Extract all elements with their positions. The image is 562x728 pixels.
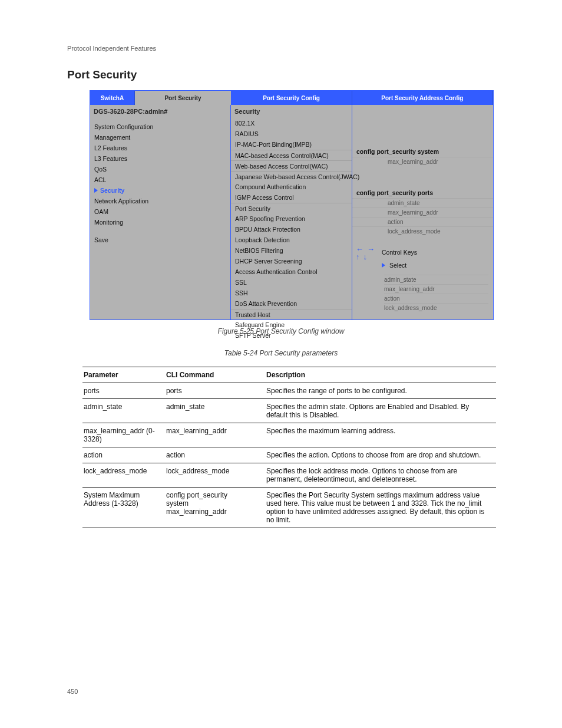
th-desc: Description xyxy=(265,367,496,383)
menu-item[interactable]: System Configuration xyxy=(90,121,230,132)
control-arrows-icon: ←→ ↑↓ xyxy=(356,245,375,261)
menu-item[interactable]: BPDU Attack Protection xyxy=(231,224,352,235)
td-cli: config port_security system max_learning… xyxy=(165,487,265,528)
td-param: action xyxy=(82,447,165,463)
select-label: Select xyxy=(389,262,406,269)
cmd-param: max_learning_addr xyxy=(352,207,493,217)
td-param: lock_address_mode xyxy=(82,463,165,487)
menu-body: DGS-3620-28PC:admin# System Configuratio… xyxy=(90,105,493,319)
tab-port-security-config[interactable]: Port Security Config xyxy=(231,91,352,105)
td-cli: action xyxy=(165,447,265,463)
cmd-param-echo: action xyxy=(384,294,488,303)
menu-item-selected[interactable]: Security xyxy=(90,185,230,196)
menu-item-label: Security xyxy=(100,187,124,194)
control-keys-label: Control Keys xyxy=(382,249,417,256)
menu-tab-bar: SwitchA Port Security Port Security Conf… xyxy=(90,91,493,105)
td-param: System Maximum Address (1-3328) xyxy=(82,487,165,528)
td-desc: Specifies the Port Security System setti… xyxy=(265,487,496,528)
menu-item[interactable]: Management xyxy=(90,132,230,143)
table-row: System Maximum Address (1-3328) config p… xyxy=(82,487,496,528)
table-row: admin_state admin_state Specifies the ad… xyxy=(82,399,496,423)
menu-item[interactable]: Trusted Host xyxy=(231,309,352,319)
cmd-param: max_learning_addr xyxy=(352,157,493,166)
menu-item[interactable]: SSL xyxy=(231,277,352,288)
menu-item[interactable]: Loopback Detection xyxy=(231,235,352,245)
cmd-param: lock_address_mode xyxy=(352,226,493,236)
menu-item[interactable]: DHCP Server Screening xyxy=(231,256,352,266)
td-cli: admin_state xyxy=(165,399,265,423)
cmd-param: admin_state xyxy=(352,198,493,207)
menu-item[interactable]: Save xyxy=(90,235,230,245)
th-cli: CLI Command xyxy=(165,367,265,383)
menu-item[interactable]: NetBIOS Filtering xyxy=(231,245,352,256)
menu-item[interactable]: Monitoring xyxy=(90,217,230,228)
page-number: 450 xyxy=(67,688,78,695)
table-row: lock_address_mode lock_address_mode Spec… xyxy=(82,463,496,487)
menu-col-main: DGS-3620-28PC:admin# System Configuratio… xyxy=(90,105,231,319)
menu-item[interactable]: Port Security xyxy=(231,203,352,213)
menu-item[interactable]: Japanese Web-based Access Control(JWAC) xyxy=(231,171,352,182)
menu-item[interactable]: ARP Spoofing Prevention xyxy=(231,213,352,224)
menu-item[interactable]: Web-based Access Control(WAC) xyxy=(231,160,352,171)
parameter-table: Parameter CLI Command Description ports … xyxy=(82,367,496,528)
table-caption: Table 5-24 Port Security parameters xyxy=(67,349,495,357)
menu-item[interactable]: OAM xyxy=(90,206,230,217)
menu-item[interactable]: Compound Authentication xyxy=(231,182,352,192)
td-param: admin_state xyxy=(82,399,165,423)
menu-item[interactable]: 802.1X xyxy=(231,118,352,129)
td-desc: Specifies the range of ports to be confi… xyxy=(265,383,496,399)
menu-item[interactable]: L3 Features xyxy=(90,153,230,164)
td-cli: lock_address_mode xyxy=(165,463,265,487)
selected-arrow-icon xyxy=(94,188,98,193)
tab-port-security[interactable]: Port Security xyxy=(135,91,232,105)
table-row: ports ports Specifies the range of ports… xyxy=(82,383,496,399)
cmd-param-echo: max_learning_addr xyxy=(384,284,488,294)
td-param: ports xyxy=(82,383,165,399)
table-header-row: Parameter CLI Command Description xyxy=(82,367,496,383)
menu-item[interactable]: QoS xyxy=(90,164,230,174)
menu-item[interactable]: ACL xyxy=(90,174,230,185)
menu-item[interactable]: IP-MAC-Port Binding(IMPB) xyxy=(231,139,352,150)
page-header-label: Protocol Independent Features xyxy=(67,45,156,52)
cmd-param-echo: admin_state xyxy=(384,275,488,284)
menu-item[interactable]: Access Authentication Control xyxy=(231,266,352,277)
select-indicator[interactable]: Select xyxy=(382,262,406,269)
cmd-param-echo: lock_address_mode xyxy=(384,303,488,312)
menu-item[interactable]: MAC-based Access Control(MAC) xyxy=(231,150,352,160)
menu-item[interactable]: IGMP Access Control xyxy=(231,192,352,203)
menu-item[interactable]: Network Application xyxy=(90,196,230,206)
cmd-param: action xyxy=(352,217,493,226)
cmd-group-title: config port_security system xyxy=(352,146,493,157)
cmd-group-title: config port_security ports xyxy=(352,187,493,198)
device-prompt: DGS-3620-28PC:admin# xyxy=(90,105,230,118)
menu-col-commands: config port_security system max_learning… xyxy=(352,105,493,319)
td-desc: Specifies the admin state. Options are E… xyxy=(265,399,496,423)
menu-item[interactable]: RADIUS xyxy=(231,129,352,139)
table-row: action action Specifies the action. Opti… xyxy=(82,447,496,463)
figure-caption: Figure 5-25 Port Security Config window xyxy=(67,327,495,335)
td-cli: max_learning_addr xyxy=(165,423,265,447)
caret-right-icon xyxy=(382,263,385,268)
menu-item[interactable]: L2 Features xyxy=(90,143,230,153)
th-parameter: Parameter xyxy=(82,367,165,383)
td-desc: Specifies the action. Options to choose … xyxy=(265,447,496,463)
tab-switcha[interactable]: SwitchA xyxy=(90,91,135,105)
menu-item[interactable]: DoS Attack Prevention xyxy=(231,298,352,309)
td-param: max_learning_addr (0-3328) xyxy=(82,423,165,447)
td-desc: Specifies the maximum learning address. xyxy=(265,423,496,447)
menu-item[interactable]: SSH xyxy=(231,288,352,298)
col-b-title: Security xyxy=(231,105,352,118)
section-title: Port Security xyxy=(67,68,137,81)
td-cli: ports xyxy=(165,383,265,399)
table-row: max_learning_addr (0-3328) max_learning_… xyxy=(82,423,496,447)
tab-port-security-address-config[interactable]: Port Security Address Config xyxy=(352,91,493,105)
menu-figure: SwitchA Port Security Port Security Conf… xyxy=(90,90,494,320)
menu-col-security: Security 802.1X RADIUS IP-MAC-Port Bindi… xyxy=(231,105,352,319)
td-desc: Specifies the lock address mode. Options… xyxy=(265,463,496,487)
